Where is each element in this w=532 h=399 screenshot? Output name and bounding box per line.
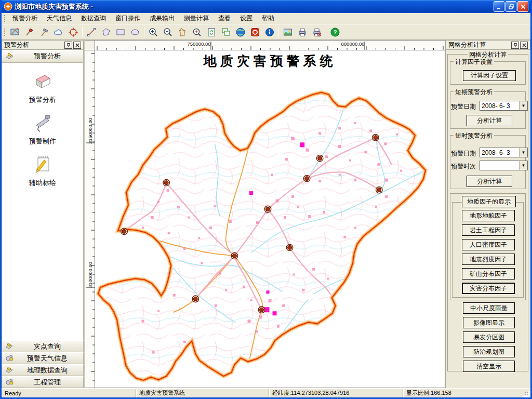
left-bottom-bars: 灾点查询预警天气信息地理数据查询工程管理 xyxy=(2,340,84,388)
bottom-bar-灾点查询[interactable]: 灾点查询 xyxy=(2,340,84,352)
town-marker xyxy=(258,307,264,313)
stop-icon[interactable] xyxy=(248,25,262,39)
town-marker xyxy=(376,187,382,193)
menu-item-9[interactable]: 帮助 xyxy=(257,12,279,24)
menu-item-3[interactable]: 数据查询 xyxy=(76,12,111,24)
factor-button-人口密度因子[interactable]: 人口密度因子 xyxy=(462,239,515,250)
disaster-square xyxy=(354,227,356,229)
globe-icon[interactable] xyxy=(234,25,247,39)
info-icon[interactable] xyxy=(263,25,276,39)
close-icon[interactable] xyxy=(73,42,81,49)
chevron-down-icon[interactable]: ▼ xyxy=(519,161,527,170)
factor-settings-button[interactable]: 计算因子设置 xyxy=(463,70,516,81)
hand-pen-icon xyxy=(5,51,15,61)
refresh-icon[interactable] xyxy=(205,25,218,39)
menu-item-5[interactable]: 成果输出 xyxy=(145,12,179,24)
disaster-square xyxy=(142,320,144,323)
print-preview-icon[interactable] xyxy=(310,25,324,39)
print-icon[interactable] xyxy=(296,25,309,39)
svg-text:?: ? xyxy=(334,29,337,35)
image-icon[interactable] xyxy=(281,25,295,39)
short-term-analyze-button[interactable]: 分析计算 xyxy=(467,115,512,126)
nowcast-analyze-button[interactable]: 分析计算 xyxy=(467,176,512,187)
close-button[interactable] xyxy=(517,1,528,12)
left-section-bar[interactable]: 预警分析 xyxy=(2,50,84,63)
bottom-bar-地理数据查询[interactable]: 地理数据查询 xyxy=(2,364,84,376)
hand-tool-icon xyxy=(5,353,14,363)
warning-date-label: 预警日期 xyxy=(451,102,476,111)
zoom-extent-icon[interactable] xyxy=(190,25,204,39)
disaster-square xyxy=(338,127,341,129)
ellipse-icon[interactable] xyxy=(128,25,142,39)
crosshair-icon[interactable] xyxy=(66,25,80,39)
axe-icon[interactable] xyxy=(23,25,36,39)
line-icon[interactable] xyxy=(85,25,98,39)
chevron-down-icon[interactable]: ▼ xyxy=(519,148,527,157)
title-bar[interactable]: 浏阳市地质灾害预警系统 - xyxy=(2,0,530,13)
bottom-bar-label: 灾点查询 xyxy=(14,342,81,351)
hand-tool-icon xyxy=(5,377,14,387)
disaster-square xyxy=(354,122,356,124)
factor-button-灾害分布因子[interactable]: 灾害分布因子 xyxy=(462,283,515,294)
town-marker xyxy=(373,135,379,141)
bottom-bar-预警天气信息[interactable]: 预警天气信息 xyxy=(2,352,84,364)
menu-item-4[interactable]: 窗口操作 xyxy=(111,12,145,24)
restore-button[interactable] xyxy=(506,1,516,12)
cloud-icon[interactable] xyxy=(52,25,65,39)
toolbar-grip-handle[interactable] xyxy=(4,28,6,36)
menu-item-6[interactable]: 测量计算 xyxy=(179,12,214,24)
nowcast-date-label: 预警日期 xyxy=(451,149,476,158)
factor-button-地震烈度因子[interactable]: 地震烈度因子 xyxy=(462,254,515,265)
zoom-out-icon[interactable] xyxy=(161,25,175,39)
minimize-button[interactable] xyxy=(494,1,504,12)
toolbar-separator xyxy=(144,27,144,37)
pin-icon[interactable] xyxy=(511,42,519,49)
pan-icon[interactable] xyxy=(176,25,189,39)
bottom-bar-label: 工程管理 xyxy=(14,378,81,387)
menu-item-7[interactable]: 查看 xyxy=(214,12,235,24)
disaster-square xyxy=(291,195,294,198)
hand-pen-icon xyxy=(5,341,14,351)
pin-icon[interactable] xyxy=(64,42,72,49)
display-button-中小尺度雨量[interactable]: 中小尺度雨量 xyxy=(463,302,515,314)
factor-button-地形地貌因子[interactable]: 地形地貌因子 xyxy=(462,210,515,221)
display-button-易发分区图[interactable]: 易发分区图 xyxy=(463,331,515,343)
nowcast-date-combobox[interactable]: 2008- 6- 3 ▼ xyxy=(480,148,528,157)
zoom-in-icon[interactable] xyxy=(147,25,160,39)
left-item-预警分析[interactable]: 预警分析 xyxy=(2,70,83,104)
right-panel: 网格分析计算 网格分析计算 计算因子设置 计算因子设置 短期预警分析 xyxy=(445,40,530,388)
disaster-square xyxy=(157,310,159,312)
display-button-影像图显示[interactable]: 影像图显示 xyxy=(463,317,515,328)
disaster-square xyxy=(325,155,328,158)
hand-pen-icon xyxy=(5,365,14,375)
factor-button-岩土工程因子[interactable]: 岩土工程因子 xyxy=(462,224,515,236)
rectangle-icon[interactable] xyxy=(114,25,127,39)
hammer-icon[interactable] xyxy=(37,25,51,39)
disaster-square xyxy=(291,137,295,140)
map-document: 750000.00800000.00 3150000.003100000.00 … xyxy=(85,40,445,388)
factor-display-header-button[interactable]: 地质因子的显示 xyxy=(462,196,516,207)
left-item-预警制作[interactable]: 预警制作 xyxy=(2,112,83,146)
display-button-清空显示[interactable]: 清空显示 xyxy=(463,361,515,372)
status-ready: Ready xyxy=(2,389,136,397)
select-area-icon[interactable] xyxy=(8,25,22,39)
nowcast-time-combobox[interactable]: ▼ xyxy=(480,161,528,170)
display-button-防治规划图[interactable]: 防治规划图 xyxy=(463,346,515,357)
menu-item-8[interactable]: 设置 xyxy=(235,12,257,24)
menu-item-2[interactable]: 天气信息 xyxy=(42,12,76,24)
toolbar: ? xyxy=(2,24,530,40)
menu-grip-handle[interactable] xyxy=(4,15,6,23)
chevron-down-icon[interactable]: ▼ xyxy=(519,101,527,110)
menu-item-1[interactable]: 预警分析 xyxy=(8,12,42,24)
map-canvas[interactable]: 地质灾害预警系统 xyxy=(95,50,445,388)
warning-date-combobox[interactable]: 2008- 6- 3 ▼ xyxy=(480,101,528,111)
left-item-辅助标绘[interactable]: 辅助标绘 xyxy=(2,153,83,188)
factor-button-矿山分布因子[interactable]: 矿山分布因子 xyxy=(462,268,515,280)
close-icon[interactable] xyxy=(520,42,528,49)
disaster-square xyxy=(147,247,149,249)
cascade-icon[interactable] xyxy=(219,25,233,39)
bottom-bar-工程管理[interactable]: 工程管理 xyxy=(2,376,84,388)
resize-grip[interactable] xyxy=(523,389,530,397)
help-icon[interactable]: ? xyxy=(328,25,342,39)
polygon-icon[interactable] xyxy=(99,25,113,39)
